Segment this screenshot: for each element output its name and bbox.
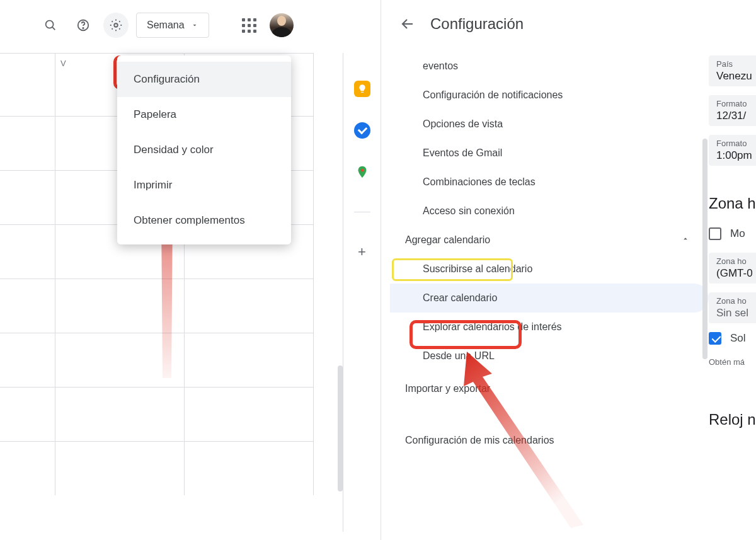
view-select-label: Semana [147,20,185,31]
chevron-down-icon [191,21,198,29]
pais-label: País [713,59,756,69]
nav-eventos[interactable]: eventos [390,52,709,81]
rail-add-button[interactable]: + [358,244,366,260]
menu-imprimir[interactable]: Imprimir [117,168,291,203]
svg-point-5 [360,169,364,172]
view-select[interactable]: Semana [136,13,209,38]
menu-complementos[interactable]: Obtener complementos [117,203,291,238]
nav-importar[interactable]: Importar y exportar [390,374,709,403]
svg-point-4 [114,23,118,27]
nav-agregar-label: Agregar calendario [405,234,490,246]
calendar-main-panel: Semana V [0,0,381,540]
zona2-label: Zona ho [713,296,756,306]
svg-line-1 [52,27,55,30]
zona-section-title: Zona h [709,195,756,212]
field-formato-hora[interactable]: Formato 1:00pm [709,135,756,166]
day-header: V [60,59,66,68]
keep-icon[interactable] [354,81,370,97]
zona1-value: (GMT-0 [713,266,756,280]
nav-opciones-vista[interactable]: Opciones de vista [390,110,709,139]
nav-desde-url[interactable]: Desde una URL [390,342,709,371]
menu-papelera[interactable]: Papelera [117,97,291,132]
help-icon[interactable] [71,13,96,38]
settings-header: Configuración [381,0,709,52]
sol-label: Sol [730,332,746,345]
field-formato-fecha[interactable]: Formato 12/31/ [709,95,756,126]
scrollbar[interactable] [338,365,343,491]
settings-scrollbar[interactable] [702,139,707,359]
nav-agregar-calendario[interactable]: Agregar calendario [390,226,709,255]
settings-content: País Venezu Formato 12/31/ Formato 1:00p… [709,0,756,540]
nav-teclas[interactable]: Combinaciones de teclas [390,168,709,197]
formato-hora-label: Formato [713,139,756,148]
nav-mis-calendarios[interactable]: Configuración de mis calendarios [390,426,709,455]
maps-icon[interactable] [354,164,370,180]
chevron-up-icon [681,234,690,246]
search-icon[interactable] [38,13,63,38]
nav-offline[interactable]: Acceso sin conexión [390,197,709,226]
settings-title: Configuración [430,15,524,33]
back-arrow-icon[interactable] [400,16,415,32]
svg-point-3 [83,28,83,28]
settings-gear-icon[interactable] [103,13,129,38]
formato-hora-value: 1:00pm [713,148,756,162]
formato-fecha-value: 12/31/ [713,108,756,122]
field-zona1[interactable]: Zona ho (GMT-0 [709,253,756,284]
zona1-label: Zona ho [713,256,756,266]
nav-notificaciones[interactable]: Configuración de notificaciones [390,81,709,110]
formato-fecha-label: Formato [713,99,756,108]
nav-gmail[interactable]: Eventos de Gmail [390,139,709,168]
side-rail: + [343,53,381,532]
tasks-icon[interactable] [354,122,370,139]
settings-sidebar: Configuración eventos Configuración de n… [381,0,709,540]
nav-explorar[interactable]: Explorar calendarios de interés [390,313,709,342]
zona2-value: Sin sel [713,306,756,319]
mostrar-label: Mo [730,227,745,240]
sol-checkbox[interactable] [709,332,721,345]
settings-panel: Configuración eventos Configuración de n… [381,0,756,540]
field-pais[interactable]: País Venezu [709,55,756,86]
nav-crear-calendario[interactable]: Crear calendario [390,284,709,313]
field-zona2[interactable]: Zona ho Sin sel [709,292,756,323]
mostrar-checkbox[interactable] [709,227,721,240]
menu-configuracion[interactable]: Configuración [117,62,291,97]
obten-hint: Obtén má [709,357,756,367]
settings-dropdown: Configuración Papelera Densidad y color … [117,55,291,244]
reloj-section-title: Reloj n [709,411,756,428]
nav-suscribirse[interactable]: Suscribirse al calendario [390,255,709,284]
rail-divider [354,212,370,212]
avatar[interactable] [270,13,294,37]
sol-checkbox-row[interactable]: Sol [709,332,756,345]
mostrar-checkbox-row[interactable]: Mo [709,227,756,240]
topbar: Semana [0,0,381,50]
svg-point-0 [46,21,54,28]
apps-grid-icon[interactable] [237,13,262,38]
pais-value: Venezu [713,69,756,83]
settings-nav: eventos Configuración de notificaciones … [381,52,709,455]
menu-densidad[interactable]: Densidad y color [117,132,291,168]
